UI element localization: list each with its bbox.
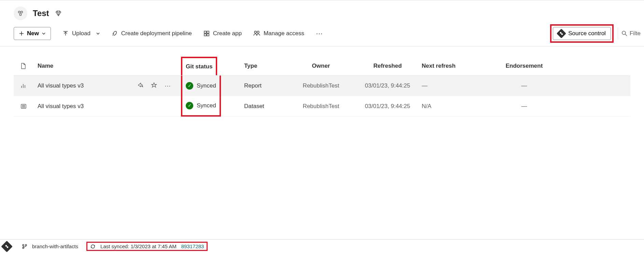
workspace-title: Test	[33, 9, 49, 18]
svg-point-18	[24, 107, 25, 107]
header-name[interactable]: Name	[38, 63, 181, 69]
svg-point-17	[23, 107, 24, 107]
workspace-icon	[14, 6, 27, 20]
commit-id[interactable]: 89317283	[181, 243, 204, 249]
upload-label: Upload	[72, 30, 90, 37]
rocket-icon	[112, 30, 118, 37]
filter-input[interactable]: Filte	[618, 27, 644, 40]
git-icon	[3, 242, 11, 251]
header-type[interactable]: Type	[230, 63, 289, 69]
svg-rect-4	[207, 31, 209, 33]
pipeline-label: Create deployment pipeline	[121, 30, 192, 37]
svg-point-16	[22, 107, 23, 107]
header-git-status[interactable]: Git status	[181, 57, 217, 75]
item-name: All visual types v3	[38, 82, 84, 89]
item-next-refresh: —	[422, 76, 490, 96]
report-icon	[14, 76, 38, 96]
svg-point-22	[25, 244, 27, 246]
source-control-button[interactable]: Source control	[553, 27, 611, 40]
svg-point-21	[23, 244, 24, 246]
item-refreshed: 03/01/23, 9:44:25	[353, 96, 422, 116]
toolbar: New Upload Create deployment pipeline Cr…	[0, 24, 644, 46]
branch-name[interactable]: branch-with-artifacts	[32, 243, 78, 249]
upload-icon	[62, 30, 69, 37]
chevron-down-icon	[42, 31, 46, 36]
header-refreshed[interactable]: Refreshed	[353, 63, 422, 69]
item-owner: RebublishTest	[289, 76, 353, 96]
header-endorsement[interactable]: Endorsement	[490, 63, 558, 69]
manage-access-label: Manage access	[264, 30, 304, 37]
manage-access-button[interactable]: Manage access	[253, 30, 304, 37]
row-more-icon[interactable]: ⋯	[165, 82, 171, 90]
source-control-label: Source control	[568, 30, 606, 37]
svg-rect-5	[204, 34, 206, 36]
header-owner[interactable]: Owner	[289, 63, 353, 69]
create-app-button[interactable]: Create app	[204, 30, 242, 37]
svg-rect-6	[207, 34, 209, 36]
sync-refresh-icon[interactable]	[90, 244, 96, 249]
create-pipeline-button[interactable]: Create deployment pipeline	[112, 30, 192, 37]
premium-diamond-icon	[55, 10, 62, 17]
favorite-star-icon[interactable]	[151, 82, 157, 90]
plus-icon	[19, 31, 24, 36]
git-icon	[558, 30, 565, 37]
more-options-button[interactable]: ⋯	[316, 29, 323, 38]
svg-point-7	[254, 31, 256, 33]
filter-placeholder: Filte	[630, 30, 641, 37]
branch-icon	[22, 244, 27, 249]
header-icon-col	[14, 63, 38, 69]
content-table: Name Git status Type Owner Refreshed Nex…	[0, 57, 644, 117]
last-synced-text: Last synced: 1/3/2023 at 7:45 AM	[100, 243, 177, 249]
item-type: Report	[230, 76, 289, 96]
table-row[interactable]: All visual types v3 ⋯ ✓ Synced Report Re…	[14, 76, 630, 96]
table-header-row: Name Git status Type Owner Refreshed Nex…	[14, 57, 630, 76]
create-app-label: Create app	[213, 30, 242, 37]
search-icon	[621, 30, 628, 37]
svg-rect-12	[21, 104, 26, 108]
app-icon	[204, 30, 210, 37]
dataset-icon	[14, 96, 38, 116]
item-endorsement: —	[490, 76, 558, 96]
svg-point-23	[23, 247, 24, 249]
svg-point-1	[21, 11, 23, 13]
status-bar: branch-with-artifacts Last synced: 1/3/2…	[0, 239, 644, 253]
upload-button[interactable]: Upload	[62, 30, 100, 37]
people-icon	[253, 30, 260, 37]
item-type: Dataset	[230, 96, 289, 116]
git-status-value: Synced	[197, 82, 216, 89]
svg-point-11	[622, 31, 626, 35]
header-next-refresh[interactable]: Next refresh	[422, 63, 490, 69]
item-next-refresh: N/A	[422, 96, 490, 116]
workspace-header: Test	[0, 0, 644, 24]
new-button[interactable]: New	[14, 27, 51, 40]
item-endorsement: —	[490, 96, 558, 116]
sync-status-highlight: Last synced: 1/3/2023 at 7:45 AM 8931728…	[86, 242, 208, 251]
table-row[interactable]: All visual types v3 ✓ Synced Dataset Reb…	[14, 96, 630, 117]
new-button-label: New	[27, 30, 39, 37]
svg-point-14	[23, 105, 24, 106]
svg-rect-3	[204, 31, 206, 33]
svg-point-15	[24, 105, 25, 106]
item-owner: RebublishTest	[289, 96, 353, 116]
svg-point-8	[257, 31, 259, 33]
synced-check-icon: ✓	[186, 82, 193, 90]
item-refreshed: 03/01/23, 9:44:25	[353, 76, 422, 96]
chevron-down-icon	[96, 31, 100, 36]
source-control-highlight: Source control	[550, 24, 614, 43]
row-actions: ⋯	[137, 82, 171, 90]
item-name: All visual types v3	[38, 103, 84, 110]
share-icon[interactable]	[137, 82, 143, 90]
svg-point-13	[22, 105, 23, 106]
svg-point-2	[19, 14, 22, 15]
git-status-value: Synced	[197, 102, 216, 109]
svg-point-0	[18, 11, 20, 13]
synced-check-icon: ✓	[186, 102, 193, 109]
